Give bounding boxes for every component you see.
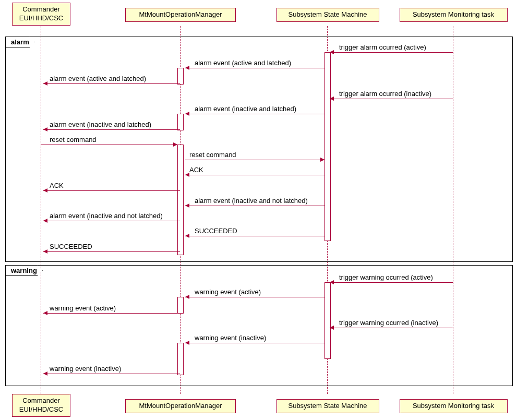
participant-monitor: Subsystem Monitoring task — [400, 399, 508, 413]
message-arrow — [330, 328, 453, 328]
message-label: trigger warning ocurred (active) — [339, 273, 433, 281]
message-label: trigger alarm ocurred (inactive) — [339, 90, 431, 98]
message-label: SUCCEEDED — [50, 243, 92, 250]
arrowhead-icon — [185, 203, 189, 208]
message-arrow — [43, 190, 180, 191]
message-label: warning event (active) — [50, 304, 116, 312]
message-label: reset command — [50, 136, 97, 143]
participant-monitor: Subsystem Monitoring task — [400, 8, 508, 22]
arrowhead-icon — [173, 142, 177, 147]
message-arrow — [43, 374, 180, 374]
arrowhead-icon — [185, 295, 189, 299]
message-label: trigger alarm ocurred (active) — [339, 43, 426, 51]
message-label: alarm event (active and latched) — [195, 59, 291, 67]
message-arrow — [43, 83, 180, 84]
message-arrow — [330, 282, 453, 283]
arrowhead-icon — [43, 371, 47, 376]
message-arrow — [43, 313, 180, 314]
message-label: reset command — [189, 151, 236, 159]
arrowhead-icon — [330, 280, 334, 284]
participant-ssm: Subsystem State Machine — [276, 399, 379, 413]
group-label-warning: warning — [5, 265, 43, 276]
message-arrow — [185, 343, 324, 343]
activation-bar — [177, 145, 184, 255]
message-label: ACK — [50, 182, 64, 189]
message-arrow — [185, 160, 324, 160]
participant-ssm: Subsystem State Machine — [276, 8, 379, 22]
message-arrow — [185, 175, 324, 175]
message-label: alarm event (active and latched) — [50, 75, 146, 82]
arrowhead-icon — [43, 127, 47, 131]
arrowhead-icon — [330, 326, 334, 330]
participant-opmgr: MtMountOperationManager — [125, 8, 236, 22]
activation-bar — [177, 297, 184, 314]
message-arrow — [43, 221, 180, 221]
participant-opmgr: MtMountOperationManager — [125, 399, 236, 413]
activation-bar — [177, 68, 184, 85]
message-arrow — [41, 145, 177, 145]
activation-bar — [324, 52, 331, 241]
message-arrow — [185, 68, 324, 68]
message-arrow — [43, 251, 180, 252]
message-label: trigger warning ocurred (inactive) — [339, 319, 438, 327]
arrowhead-icon — [43, 311, 47, 315]
message-label: SUCCEEDED — [195, 227, 237, 235]
message-arrow — [185, 236, 324, 236]
message-label: alarm event (inactive and latched) — [50, 121, 151, 128]
message-label: warning event (inactive) — [50, 365, 121, 373]
activation-bar — [177, 343, 184, 375]
message-arrow — [185, 206, 324, 206]
message-arrow — [330, 52, 453, 53]
sequence-diagram: CommanderEUI/HHD/CSCCommanderEUI/HHD/CSC… — [0, 0, 517, 420]
activation-bar — [324, 282, 331, 359]
message-arrow — [43, 129, 180, 130]
message-label: ACK — [189, 166, 203, 174]
message-arrow — [185, 114, 324, 114]
group-alarm — [5, 37, 513, 262]
arrowhead-icon — [330, 97, 334, 101]
participant-commander: CommanderEUI/HHD/CSC — [12, 394, 70, 417]
arrowhead-icon — [185, 66, 189, 70]
arrowhead-icon — [185, 234, 189, 238]
arrowhead-icon — [43, 249, 47, 254]
arrowhead-icon — [43, 81, 47, 86]
arrowhead-icon — [185, 112, 189, 116]
arrowhead-icon — [185, 173, 189, 177]
arrowhead-icon — [43, 188, 47, 193]
arrowhead-icon — [43, 219, 47, 223]
message-label: alarm event (inactive and latched) — [195, 105, 296, 113]
message-label: alarm event (inactive and not latched) — [50, 212, 163, 220]
message-label: alarm event (inactive and not latched) — [195, 197, 308, 205]
arrowhead-icon — [330, 50, 334, 54]
message-arrow — [185, 297, 324, 297]
activation-bar — [177, 114, 184, 130]
group-label-alarm: alarm — [5, 37, 35, 47]
message-label: warning event (inactive) — [195, 334, 266, 342]
message-label: warning event (active) — [195, 288, 261, 296]
message-arrow — [330, 99, 453, 99]
arrowhead-icon — [320, 158, 324, 162]
participant-commander: CommanderEUI/HHD/CSC — [12, 3, 70, 26]
arrowhead-icon — [185, 341, 189, 345]
